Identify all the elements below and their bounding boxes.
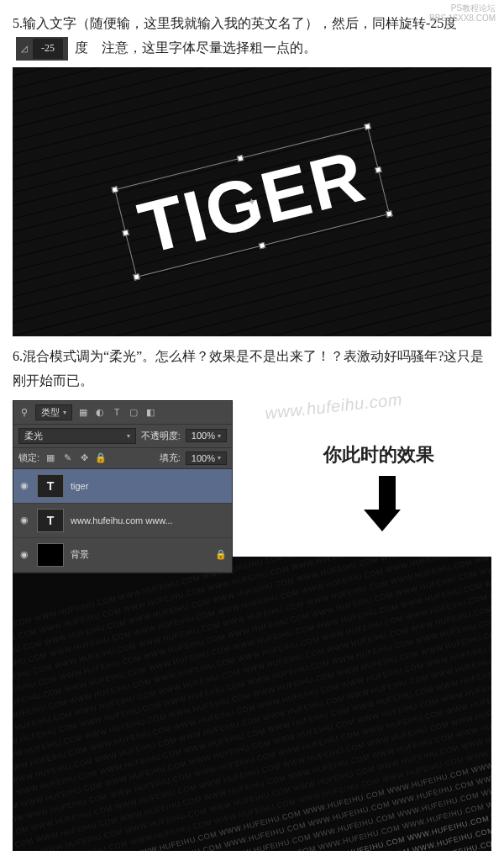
filter-smart-icon[interactable]: ◧ — [144, 407, 156, 418]
layer-thumb: T — [37, 474, 64, 498]
lock-trans-icon[interactable]: ▦ — [45, 452, 56, 463]
chevron-down-icon: ▾ — [218, 432, 221, 440]
lock-row: 锁定: ▦ ✎ ✥ 🔒 填充: 100% ▾ — [13, 448, 232, 469]
layers-filter-row: ⚲ 类型 ▾ ▦ ◐ T ▢ ◧ — [13, 401, 232, 425]
layer-name: www.hufeihu.com www... — [71, 515, 173, 526]
eye-icon[interactable]: ◉ — [18, 515, 30, 526]
handle-ml[interactable] — [122, 230, 129, 236]
bottom-area: www.hufeihu.com ⚲ 类型 ▾ ▦ ◐ T ▢ ◧ 柔光 ▾ 不透… — [13, 400, 491, 851]
lock-paint-icon[interactable]: ✎ — [61, 452, 73, 463]
watermark-url: www.hufeihu.com — [264, 389, 403, 423]
filter-pixel-icon[interactable]: ▦ — [77, 407, 89, 418]
step5-prefix: 5.输入文字（随便输，这里我就输入我的英文名了），然后，同样旋转-25度 — [13, 16, 457, 30]
fill-value: 100% — [192, 453, 215, 463]
result-stripes: WWW.HUFEIHU.COM WWW.HUFEIHU.COM WWW.HUFE… — [13, 557, 491, 851]
handle-tm[interactable] — [237, 155, 244, 161]
eye-icon[interactable]: ◉ — [18, 480, 30, 491]
kind-label: 类型 — [41, 406, 60, 419]
opacity-input[interactable]: 100% ▾ — [186, 429, 227, 442]
rotate-input[interactable]: ◿ -25 — [16, 37, 68, 61]
chevron-down-icon: ▾ — [63, 409, 66, 416]
layer-name: 背景 — [71, 548, 89, 561]
blend-mode-select[interactable]: 柔光 ▾ — [18, 428, 136, 444]
effect-label: 你此时的效果 — [323, 442, 434, 467]
layer-kind-select[interactable]: 类型 ▾ — [35, 404, 72, 420]
canvas-tiger: TIGER ✦ — [13, 67, 491, 336]
canvas-result: WWW.HUFEIHU.COM WWW.HUFEIHU.COM WWW.HUFE… — [13, 557, 491, 851]
filter-type-icon[interactable]: T — [111, 407, 123, 417]
wm-line2: BBS.16XX8.COM — [429, 13, 496, 24]
layer-thumb — [37, 543, 64, 567]
layer-list: ◉ T tiger ◉ T www.hufeihu.com www... ◉ 背… — [13, 469, 232, 573]
layers-panel: ⚲ 类型 ▾ ▦ ◐ T ▢ ◧ 柔光 ▾ 不透明度: 100% — [13, 400, 233, 573]
rotate-value: -25 — [33, 39, 63, 59]
blend-mode-value: 柔光 — [24, 430, 43, 442]
layer-url-text[interactable]: ◉ T www.hufeihu.com www... — [13, 504, 232, 538]
layer-thumb: T — [37, 509, 64, 532]
layer-name: tiger — [71, 481, 88, 491]
lock-icon: 🔒 — [215, 549, 227, 560]
opacity-value: 100% — [192, 430, 215, 441]
arrow-down-icon — [374, 476, 401, 531]
step6-text: 6.混合模式调为“柔光”。怎么样？效果是不是出来了！？表激动好吗骚年?这只是刚开… — [13, 349, 484, 388]
handle-tl[interactable] — [112, 186, 118, 193]
lock-all-icon[interactable]: 🔒 — [95, 452, 107, 463]
filter-shape-icon[interactable]: ▢ — [128, 407, 139, 418]
filter-adjust-icon[interactable]: ◐ — [94, 407, 106, 418]
lock-label: 锁定: — [18, 452, 39, 464]
degree-label: 度 — [75, 40, 88, 55]
blend-row: 柔光 ▾ 不透明度: 100% ▾ — [13, 425, 232, 448]
chevron-down-icon: ▾ — [127, 432, 130, 440]
search-icon: ⚲ — [18, 407, 30, 418]
layer-tiger[interactable]: ◉ T tiger — [13, 469, 232, 504]
step5-suffix: 注意，这里字体尽量选择粗一点的。 — [102, 40, 317, 55]
lock-pos-icon[interactable]: ✥ — [78, 452, 90, 463]
fill-label: 填充: — [160, 452, 181, 464]
top-watermark: PS教程论坛 BBS.16XX8.COM — [429, 3, 496, 24]
fill-input[interactable]: 100% ▾ — [186, 452, 227, 465]
step6-instruction: 6.混合模式调为“柔光”。怎么样？效果是不是出来了！？表激动好吗骚年?这只是刚开… — [13, 345, 491, 394]
wm-line1: PS教程论坛 — [429, 3, 496, 13]
opacity-label: 不透明度: — [141, 430, 181, 442]
layer-background[interactable]: ◉ 背景 🔒 — [13, 538, 232, 573]
eye-icon[interactable]: ◉ — [18, 549, 30, 560]
chevron-down-icon: ▾ — [218, 454, 221, 462]
angle-icon: ◿ — [21, 41, 28, 56]
step5-instruction: 5.输入文字（随便输，这里我就输入我的英文名了），然后，同样旋转-25度 ◿ -… — [13, 12, 491, 61]
